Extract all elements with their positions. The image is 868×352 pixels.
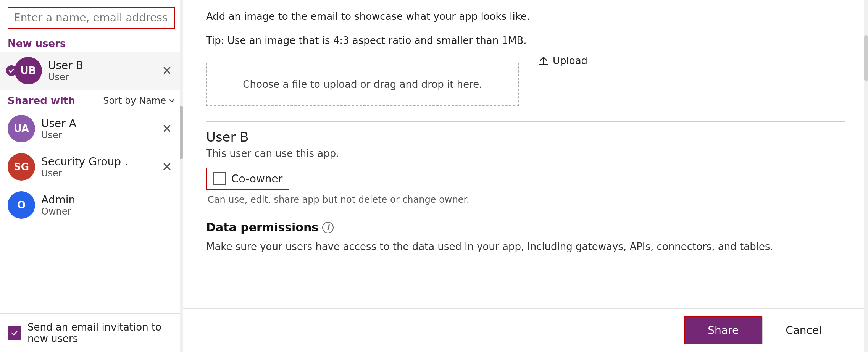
checkmark-icon: [11, 329, 18, 337]
upload-btn-label: Upload: [553, 55, 587, 66]
list-item[interactable]: O Admin Owner: [0, 186, 183, 224]
avatar: O: [8, 191, 35, 219]
cancel-button[interactable]: Cancel: [762, 317, 845, 344]
user-name: User A: [41, 117, 159, 130]
shared-with-bar: Shared with Sort by Name: [0, 90, 183, 110]
list-item[interactable]: UA User A User ✕: [0, 110, 183, 148]
right-scrollbar-thumb[interactable]: [864, 35, 868, 81]
user-name: User B: [48, 59, 159, 72]
remove-user-button[interactable]: ✕: [159, 63, 175, 78]
send-email-label: Send an email invitation to new users: [27, 321, 175, 344]
coowner-row[interactable]: Co-owner: [206, 168, 289, 190]
info-icon[interactable]: i: [322, 222, 334, 233]
avatar: SG: [8, 153, 35, 181]
right-scrollbar-track[interactable]: [864, 0, 868, 352]
list-item[interactable]: SG Security Group . User ✕: [0, 148, 183, 186]
user-role: Owner: [41, 206, 175, 217]
coowner-checkbox[interactable]: [213, 172, 226, 185]
user-role: User: [41, 130, 159, 140]
user-info: Admin Owner: [41, 194, 175, 217]
section-divider: [206, 121, 845, 122]
remove-user-button[interactable]: ✕: [159, 159, 175, 174]
right-panel: Add an image to the email to showcase wh…: [183, 0, 868, 352]
upload-row: Choose a file to upload or drag and drop…: [206, 55, 845, 114]
chevron-down-icon: [168, 97, 175, 104]
upload-button-area[interactable]: Upload: [538, 55, 587, 66]
user-b-title: User B: [206, 129, 845, 145]
upload-drop-zone[interactable]: Choose a file to upload or drag and drop…: [206, 63, 519, 106]
user-name: Security Group .: [41, 155, 159, 168]
send-email-checkbox[interactable]: [8, 326, 21, 340]
user-name: Admin: [41, 194, 175, 206]
sort-by-label: Sort by Name: [103, 95, 166, 106]
user-role: User: [48, 72, 159, 82]
avatar: UA: [8, 115, 35, 142]
scrollbar-track[interactable]: [180, 0, 183, 352]
data-permissions-text: Make sure your users have access to the …: [206, 239, 845, 254]
coowner-desc: Can use, edit, share app but not delete …: [206, 194, 845, 205]
user-info: User A User: [41, 117, 159, 140]
coowner-label: Co-owner: [231, 173, 282, 185]
section-divider-2: [206, 213, 845, 213]
user-role: User: [41, 168, 159, 179]
upload-area-text: Choose a file to upload or drag and drop…: [243, 79, 482, 90]
data-permissions-row: Data permissions i: [206, 221, 845, 234]
user-b-subtitle: This user can use this app.: [206, 148, 845, 159]
list-item[interactable]: UB User B User ✕: [0, 52, 183, 90]
left-panel: New users UB User B User ✕ Shared with S…: [0, 0, 183, 352]
tip-text-line1: Add an image to the email to showcase wh…: [206, 0, 845, 24]
remove-user-button[interactable]: ✕: [159, 121, 175, 136]
sort-by-dropdown[interactable]: Sort by Name: [103, 95, 175, 106]
selected-check-icon: [6, 65, 17, 76]
user-info: Security Group . User: [41, 155, 159, 179]
user-info: User B User: [48, 59, 159, 82]
tip-text-line2: Tip: Use an image that is 4:3 aspect rat…: [206, 24, 845, 48]
send-email-row: Send an email invitation to new users: [0, 313, 183, 352]
data-permissions-title: Data permissions: [206, 221, 318, 234]
avatar: UB: [15, 57, 42, 84]
share-button[interactable]: Share: [684, 316, 762, 344]
search-container: [0, 0, 183, 34]
new-users-label: New users: [0, 34, 183, 52]
search-input[interactable]: [8, 7, 175, 29]
scrollbar-thumb[interactable]: [180, 106, 183, 159]
bottom-action-bar: Share Cancel: [183, 308, 868, 352]
shared-with-label: Shared with: [8, 95, 75, 107]
upload-icon: [538, 55, 549, 66]
